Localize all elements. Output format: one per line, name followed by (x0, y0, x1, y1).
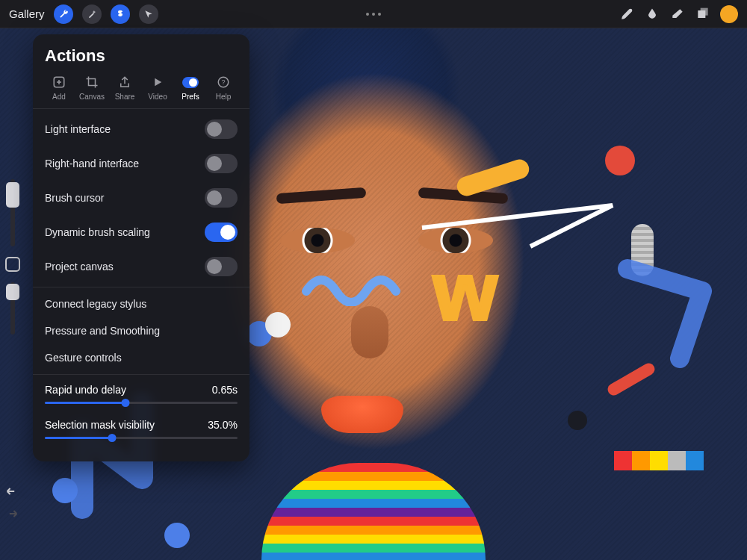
sliders-section: Rapid undo delay 0.65s Selection mask vi… (33, 375, 249, 451)
pref-link-legacy-stylus[interactable]: Connect legacy stylus (33, 290, 249, 317)
toggles-section: Light interface Right-hand interface Bru… (33, 109, 249, 287)
pref-row-right-hand: Right-hand interface (33, 146, 249, 181)
art-squiggle-blue (299, 261, 448, 306)
brush-icon (619, 7, 634, 22)
tab-canvas[interactable]: Canvas (76, 75, 108, 101)
slider-label: Selection mask visibility (45, 419, 155, 431)
tab-label: Canvas (79, 93, 105, 101)
cursor-icon (143, 9, 154, 19)
slider-label: Rapid undo delay (45, 384, 126, 396)
pref-row-dynamic-brush-scaling: Dynamic brush scaling (33, 215, 249, 249)
slider-track-rapid-undo[interactable] (45, 402, 238, 404)
pref-label: Light interface (45, 123, 111, 135)
switch-brush-cursor[interactable] (205, 188, 238, 208)
panel-tabs: Add Canvas Share Video Prefs ? Help (33, 75, 249, 109)
pref-row-light-interface: Light interface (33, 112, 249, 146)
art-palette (614, 451, 704, 470)
pref-label: Dynamic brush scaling (45, 226, 150, 238)
smudge-icon (645, 7, 660, 22)
color-swatch[interactable] (720, 5, 738, 23)
wand-icon (87, 9, 97, 19)
wrench-icon (58, 9, 69, 19)
switch-dynamic-brush-scaling[interactable] (205, 223, 238, 242)
tab-share[interactable]: Share (109, 75, 140, 101)
tab-video[interactable]: Video (142, 75, 173, 101)
undo-redo-group (4, 485, 19, 523)
plus-square-icon (51, 75, 67, 90)
transform-button[interactable] (139, 4, 158, 24)
share-icon (117, 75, 133, 90)
pref-link-pressure-smoothing[interactable]: Pressure and Smoothing (33, 317, 249, 344)
side-rail (4, 179, 21, 335)
layers-button[interactable] (695, 6, 711, 22)
selection-button[interactable] (111, 4, 130, 24)
redo-icon (4, 508, 19, 520)
pref-label: Project canvas (45, 261, 114, 273)
undo-button[interactable] (4, 485, 19, 500)
slider-value: 0.65s (212, 384, 238, 396)
tab-help[interactable]: ? Help (208, 75, 239, 101)
switch-light-interface[interactable] (205, 119, 238, 139)
tab-add[interactable]: Add (43, 75, 75, 101)
art-dot-red (605, 146, 635, 175)
tab-label: Prefs (182, 93, 199, 101)
help-icon: ? (215, 75, 232, 90)
topbar: Gallery (0, 0, 747, 28)
tab-prefs[interactable]: Prefs (175, 75, 206, 101)
pref-row-project-canvas: Project canvas (33, 249, 249, 284)
actions-menu-button[interactable] (54, 4, 73, 24)
play-icon (149, 75, 166, 90)
crop-icon (84, 75, 100, 90)
layers-icon (695, 7, 710, 22)
link-label: Pressure and Smoothing (45, 325, 160, 337)
pref-label: Brush cursor (45, 192, 104, 204)
art-eye-left (280, 228, 355, 253)
slider-value: 35.0% (208, 419, 238, 431)
gallery-button[interactable]: Gallery (9, 7, 45, 20)
modify-button[interactable] (5, 257, 20, 272)
pref-label: Right-hand interface (45, 158, 139, 169)
eraser-tool-button[interactable] (669, 6, 686, 22)
art-dot-blue-2 (164, 523, 190, 548)
slider-track-mask-visibility[interactable] (45, 437, 238, 439)
art-w-stroke: w (433, 250, 498, 332)
art-arm-blue (613, 254, 732, 373)
art-dot-white (265, 312, 291, 337)
switch-right-hand[interactable] (205, 154, 238, 173)
tab-label: Share (115, 93, 135, 101)
panel-title: Actions (33, 46, 249, 75)
brush-opacity-slider[interactable] (10, 282, 15, 335)
brush-tool-button[interactable] (619, 6, 635, 22)
art-collar (261, 463, 486, 560)
slider-mask-visibility: Selection mask visibility 35.0% (33, 413, 249, 448)
link-label: Gesture controls (45, 352, 122, 364)
brush-size-slider[interactable] (10, 179, 15, 246)
tab-label: Add (52, 93, 66, 101)
art-lips (321, 396, 403, 433)
art-nose (351, 306, 388, 358)
link-label: Connect legacy stylus (45, 298, 146, 310)
redo-button[interactable] (4, 508, 19, 523)
actions-panel: Actions Add Canvas Share Video Prefs ? H… (33, 34, 249, 461)
toggle-icon (182, 75, 199, 90)
eraser-icon (670, 7, 685, 22)
smudge-tool-button[interactable] (644, 6, 660, 22)
pref-row-brush-cursor: Brush cursor (33, 181, 249, 215)
adjustments-button[interactable] (82, 4, 102, 24)
s-icon (115, 9, 125, 19)
svg-text:?: ? (221, 78, 225, 86)
tab-label: Video (148, 93, 167, 101)
art-brow-left (276, 187, 367, 204)
pref-link-gesture-controls[interactable]: Gesture controls (33, 344, 249, 371)
overflow-indicator (366, 13, 381, 16)
slider-rapid-undo: Rapid undo delay 0.65s (33, 378, 249, 413)
art-dot-dark (568, 411, 587, 430)
tab-label: Help (216, 93, 232, 101)
undo-icon (4, 485, 19, 497)
switch-project-canvas[interactable] (205, 257, 238, 276)
links-section: Connect legacy stylusPressure and Smooth… (33, 287, 249, 375)
